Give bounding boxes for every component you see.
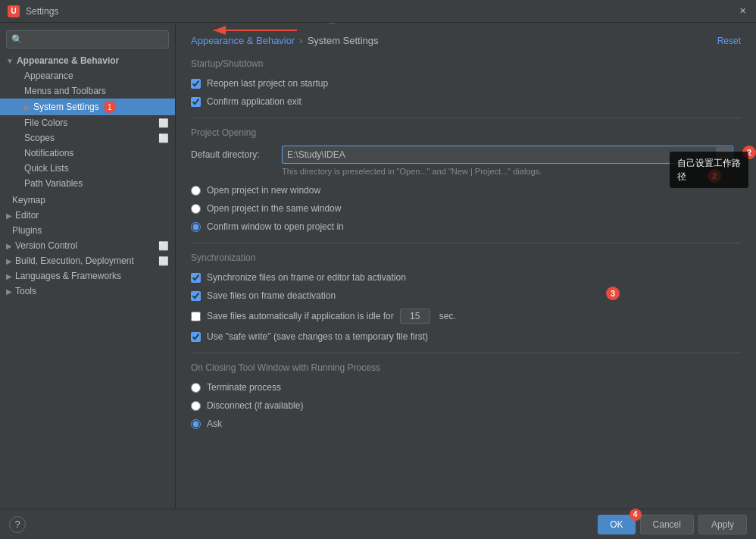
open-same-window-label[interactable]: Open project in the same window — [191, 203, 341, 214]
apply-button[interactable]: Apply — [698, 515, 747, 534]
breadcrumb-current: System Settings — [308, 35, 379, 46]
save-deactivation-label[interactable]: Save files on frame deactivation — [191, 290, 336, 301]
ok-button[interactable]: OK 4 — [598, 515, 635, 534]
search-box[interactable]: 🔍 — [6, 30, 169, 49]
lang-arrow: ▶ — [6, 272, 12, 280]
sidebar-item-tools[interactable]: ▶ Tools — [0, 284, 175, 299]
sidebar-item-label: Path Variables — [24, 178, 83, 189]
breadcrumb: Appearance & Behavior › System Settings … — [191, 35, 741, 46]
sidebar-item-appearance[interactable]: Appearance — [0, 68, 175, 83]
ask-label[interactable]: Ask — [191, 418, 222, 429]
sync-files-checkbox[interactable] — [191, 273, 201, 283]
open-new-window-label[interactable]: Open project in new window — [191, 185, 320, 196]
sidebar-item-editor[interactable]: ▶ Editor — [0, 208, 175, 223]
annotation-badge-3-pos: 3 — [606, 287, 620, 300]
sidebar: 🔍 ▼ Appearance & Behavior Appearance Men… — [0, 23, 176, 509]
default-dir-input[interactable] — [282, 146, 733, 164]
save-deactivation-checkbox[interactable] — [191, 291, 201, 301]
expand-arrow: ▼ — [6, 57, 14, 65]
safe-write-checkbox[interactable] — [191, 332, 201, 342]
sidebar-item-label: Languages & Frameworks — [15, 271, 121, 281]
chinese-tooltip: 自己设置工作路径 — [670, 152, 748, 188]
default-dir-label: Default directory: — [191, 149, 274, 160]
sidebar-item-languages[interactable]: ▶ Languages & Frameworks — [0, 268, 175, 284]
section-synchronization: Synchronization — [191, 252, 741, 263]
terminate-process-label[interactable]: Terminate process — [191, 382, 281, 393]
sync-files-label[interactable]: Synchronize files on frame or editor tab… — [191, 272, 406, 283]
sync-files-row: Synchronize files on frame or editor tab… — [191, 271, 741, 284]
save-deactivation-row: Save files on frame deactivation — [191, 289, 741, 302]
sidebar-item-plugins[interactable]: Plugins — [0, 223, 175, 238]
confirm-window-label[interactable]: Confirm window to open project in — [191, 221, 344, 232]
window-title: Settings — [26, 6, 58, 17]
confirm-window-radio[interactable] — [191, 222, 201, 232]
cancel-button[interactable]: Cancel — [640, 515, 694, 534]
sidebar-badge-1: 1 — [104, 101, 116, 113]
ok-badge: 4 — [629, 509, 642, 521]
save-idle-label[interactable]: Save files automatically if application … — [191, 309, 456, 324]
confirm-exit-checkbox[interactable] — [191, 97, 201, 107]
divider-1 — [191, 118, 741, 118]
sidebar-item-label: Plugins — [12, 225, 42, 236]
sidebar-item-label: Tools — [15, 286, 36, 296]
ask-radio[interactable] — [191, 419, 201, 429]
help-button[interactable]: ? — [9, 516, 26, 533]
default-dir-hint: This directory is preselected in "Open..… — [191, 167, 741, 176]
sidebar-item-path-variables[interactable]: Path Variables — [0, 176, 175, 191]
confirm-exit-label[interactable]: Confirm application exit — [191, 96, 301, 107]
sidebar-item-label: Keymap — [12, 195, 45, 205]
sidebar-item-file-colors[interactable]: File Colors ⬜ — [0, 115, 175, 130]
save-idle-checkbox[interactable] — [191, 312, 201, 321]
open-new-window-row: Open project in new window — [191, 183, 741, 197]
breadcrumb-sep: › — [299, 35, 302, 46]
terminate-process-text: Terminate process — [207, 382, 281, 393]
ok-label: OK — [610, 519, 623, 530]
disconnect-radio[interactable] — [191, 401, 201, 411]
open-new-window-radio[interactable] — [191, 186, 201, 196]
ask-row: Ask — [191, 417, 741, 431]
terminate-process-radio[interactable] — [191, 383, 201, 393]
sidebar-item-build[interactable]: ▶ Build, Execution, Deployment ⬜ — [0, 253, 175, 268]
build-arrow: ▶ — [6, 257, 12, 265]
sidebar-item-label: File Colors — [24, 118, 67, 128]
sidebar-item-keymap[interactable]: Keymap — [0, 193, 175, 208]
sidebar-group-appearance-behavior: ▼ Appearance & Behavior Appearance Menus… — [0, 53, 175, 191]
safe-write-label[interactable]: Use "safe write" (save changes to a temp… — [191, 331, 428, 342]
idle-seconds-input[interactable] — [400, 309, 430, 324]
bottom-bar: ? OK 4 Cancel Apply — [0, 509, 756, 539]
reopen-project-checkbox[interactable] — [191, 79, 201, 89]
tools-arrow: ▶ — [6, 287, 12, 296]
sidebar-item-system-settings[interactable]: ▶ System Settings 1 — [0, 99, 175, 115]
breadcrumb-parent[interactable]: Appearance & Behavior — [191, 35, 295, 46]
sidebar-item-scopes[interactable]: Scopes ⬜ — [0, 130, 175, 146]
disconnect-row: Disconnect (if available) — [191, 399, 741, 412]
sidebar-item-version-control[interactable]: ▶ Version Control ⬜ — [0, 238, 175, 253]
window-controls: ✕ — [736, 5, 748, 17]
search-input[interactable] — [26, 34, 164, 45]
open-same-window-radio[interactable] — [191, 204, 201, 214]
sidebar-item-label: Quick Lists — [24, 163, 69, 174]
sidebar-item-label: Appearance — [24, 71, 73, 81]
vc-icon: ⬜ — [158, 241, 169, 251]
confirm-window-row: Confirm window to open project in — [191, 220, 741, 233]
reset-button[interactable]: Reset — [717, 36, 741, 46]
close-button[interactable]: ✕ — [736, 5, 748, 17]
app-icon: U — [8, 5, 20, 17]
sidebar-item-menus-toolbars[interactable]: Menus and Toolbars — [0, 83, 175, 99]
search-icon: 🔍 — [11, 34, 23, 45]
save-idle-text: Save files automatically if application … — [207, 311, 394, 321]
open-same-window-text: Open project in the same window — [207, 203, 341, 214]
confirm-window-text: Confirm window to open project in — [207, 221, 344, 232]
sidebar-item-notifications[interactable]: Notifications — [0, 146, 175, 161]
sidebar-item-appearance-behavior[interactable]: ▼ Appearance & Behavior — [0, 53, 175, 68]
idle-unit: sec. — [439, 311, 456, 321]
reopen-project-label[interactable]: Reopen last project on startup — [191, 78, 328, 89]
section-project-opening: Project Opening — [191, 127, 741, 138]
settings-content: Appearance & Behavior › System Settings … — [176, 23, 756, 509]
disconnect-label[interactable]: Disconnect (if available) — [191, 400, 303, 411]
divider-3 — [191, 353, 741, 353]
editor-arrow: ▶ — [6, 212, 12, 220]
system-settings-arrow: ▶ — [24, 103, 30, 111]
sidebar-item-quick-lists[interactable]: Quick Lists — [0, 161, 175, 176]
disconnect-text: Disconnect (if available) — [207, 400, 303, 411]
